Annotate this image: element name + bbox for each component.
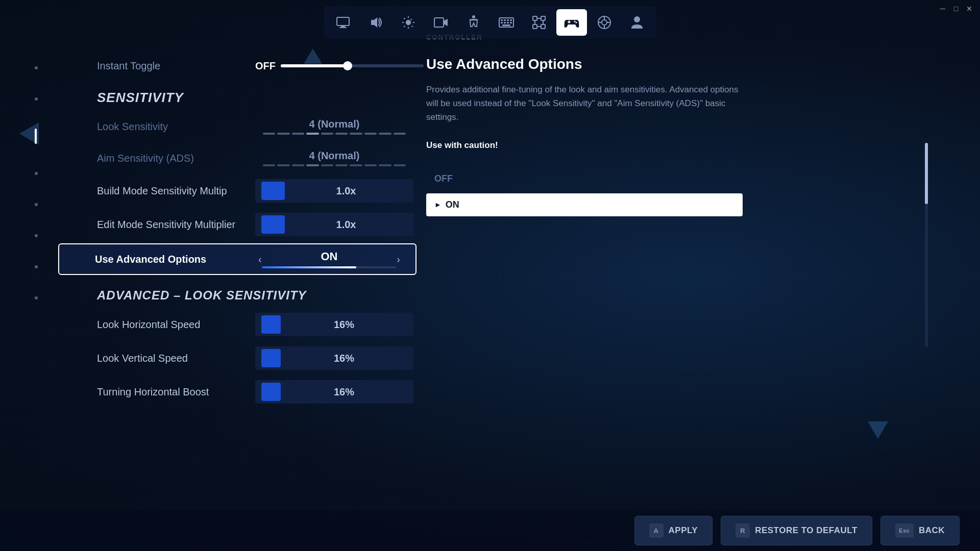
nav-audio[interactable] bbox=[360, 9, 391, 36]
nav-controller[interactable] bbox=[556, 9, 587, 36]
build-mode-value: 1.0x bbox=[285, 185, 407, 197]
nav-keyboard[interactable] bbox=[491, 9, 522, 36]
look-sensitivity-slider[interactable] bbox=[263, 132, 406, 135]
build-mode-label: Build Mode Sensitivity Multip bbox=[97, 185, 255, 197]
nav-settings[interactable] bbox=[393, 9, 424, 36]
nav-accessibility[interactable] bbox=[458, 9, 489, 36]
sidebar-item-1[interactable] bbox=[35, 66, 38, 69]
restore-label: RESTORE TO DEFAULT bbox=[755, 525, 857, 536]
edit-mode-value-area[interactable]: 1.0x bbox=[255, 213, 413, 236]
svg-rect-16 bbox=[507, 22, 509, 23]
window-chrome: ─ □ ✕ bbox=[932, 0, 980, 17]
bottom-bar: A APPLY R RESTORE TO DEFAULT Esc BACK bbox=[0, 510, 980, 551]
svg-point-8 bbox=[472, 15, 475, 18]
turning-horizontal-label: Turning Horizontal Boost bbox=[97, 386, 255, 398]
sensitivity-header: SENSITIVITY bbox=[51, 81, 424, 111]
instant-toggle-label: Instant Toggle bbox=[97, 60, 255, 72]
edit-mode-label: Edit Mode Sensitivity Multiplier bbox=[97, 219, 255, 231]
adv-track-filled bbox=[262, 266, 356, 268]
nav-video[interactable] bbox=[426, 9, 456, 36]
scrollbar[interactable] bbox=[925, 143, 928, 347]
apply-key: A bbox=[649, 523, 664, 538]
close-button[interactable]: ✕ bbox=[965, 4, 974, 13]
use-advanced-value: ON bbox=[321, 250, 338, 263]
sidebar-item-5[interactable] bbox=[35, 203, 38, 206]
restore-key: R bbox=[736, 523, 750, 538]
adv-track bbox=[262, 266, 397, 268]
edit-mode-value: 1.0x bbox=[285, 219, 407, 231]
turning-horizontal-value: 16% bbox=[281, 386, 407, 398]
sidebar-item-4[interactable] bbox=[35, 172, 38, 175]
build-mode-indicator bbox=[261, 182, 285, 200]
look-vertical-value: 16% bbox=[281, 353, 407, 364]
use-advanced-options-row[interactable]: Use Advanced Options ‹ ON › bbox=[58, 243, 416, 275]
build-mode-row: Build Mode Sensitivity Multip 1.0x bbox=[51, 174, 424, 208]
svg-rect-0 bbox=[337, 17, 349, 26]
back-key: Esc bbox=[895, 523, 914, 538]
adv-arrow-left[interactable]: ‹ bbox=[258, 254, 262, 265]
right-panel-title: Use Advanced Options bbox=[426, 56, 743, 72]
use-advanced-options-label: Use Advanced Options bbox=[95, 254, 253, 265]
look-sensitivity-value: 4 (Normal) bbox=[263, 118, 406, 130]
look-vertical-value-area[interactable]: 16% bbox=[255, 346, 413, 370]
edit-mode-row: Edit Mode Sensitivity Multiplier 1.0x bbox=[51, 208, 424, 241]
apply-label: APPLY bbox=[669, 525, 698, 536]
svg-rect-15 bbox=[504, 22, 506, 23]
aim-sensitivity-slider[interactable] bbox=[263, 164, 406, 167]
nav-gamepad[interactable] bbox=[589, 9, 620, 36]
look-vertical-row: Look Vertical Speed 16% bbox=[51, 341, 424, 375]
restore-default-button[interactable]: R RESTORE TO DEFAULT bbox=[721, 516, 872, 545]
svg-marker-3 bbox=[371, 17, 377, 28]
instant-toggle-slider[interactable] bbox=[281, 59, 424, 73]
option-off[interactable]: OFF bbox=[426, 167, 743, 190]
sidebar-item-3[interactable] bbox=[35, 129, 37, 144]
look-vertical-label: Look Vertical Speed bbox=[97, 353, 255, 364]
nav-display[interactable] bbox=[328, 9, 358, 36]
option-on[interactable]: ► ON bbox=[426, 193, 743, 216]
right-panel-description: Provides additional fine-tuning of the l… bbox=[426, 83, 743, 152]
svg-rect-18 bbox=[502, 24, 510, 26]
turning-horizontal-indicator bbox=[261, 383, 281, 401]
apply-button[interactable]: A APPLY bbox=[634, 516, 713, 545]
use-advanced-controls: ‹ ON › bbox=[253, 250, 405, 268]
svg-rect-20 bbox=[541, 16, 545, 20]
turning-horizontal-value-area[interactable]: 16% bbox=[255, 380, 413, 404]
svg-rect-22 bbox=[541, 24, 545, 29]
back-label: BACK bbox=[919, 525, 945, 536]
scroll-thumb[interactable] bbox=[925, 143, 928, 204]
svg-rect-12 bbox=[507, 19, 509, 21]
svg-marker-7 bbox=[444, 19, 448, 26]
nav-profile[interactable] bbox=[622, 9, 652, 36]
aim-sensitivity-value: 4 (Normal) bbox=[263, 150, 406, 162]
instant-toggle-row: Instant Toggle OFF bbox=[51, 51, 424, 81]
edit-mode-indicator bbox=[261, 215, 285, 234]
top-navigation bbox=[324, 6, 656, 39]
minimize-button[interactable]: ─ bbox=[938, 4, 947, 13]
svg-rect-19 bbox=[533, 16, 537, 20]
look-horizontal-value-area[interactable]: 16% bbox=[255, 313, 413, 336]
svg-point-29 bbox=[574, 21, 576, 22]
adv-arrow-right[interactable]: › bbox=[397, 254, 400, 265]
nav-network[interactable] bbox=[524, 9, 554, 36]
right-panel-warning: Use with caution! bbox=[426, 140, 498, 150]
sidebar-item-7[interactable] bbox=[35, 265, 38, 268]
sidebar-item-6[interactable] bbox=[35, 234, 38, 237]
svg-rect-21 bbox=[533, 24, 537, 29]
main-content: Instant Toggle OFF SENSITIVITY Look Sens… bbox=[51, 51, 424, 510]
instant-toggle-state: OFF bbox=[255, 60, 276, 72]
svg-rect-10 bbox=[501, 19, 503, 21]
build-mode-value-area[interactable]: 1.0x bbox=[255, 179, 413, 203]
look-horizontal-label: Look Horizontal Speed bbox=[97, 319, 255, 331]
instant-toggle-value: OFF bbox=[255, 59, 424, 73]
look-vertical-indicator bbox=[261, 349, 281, 367]
sidebar-item-2[interactable] bbox=[35, 97, 38, 101]
look-sensitivity-value-area: 4 (Normal) bbox=[255, 118, 413, 135]
aim-sensitivity-label: Aim Sensitivity (ADS) bbox=[97, 153, 255, 164]
look-horizontal-row: Look Horizontal Speed 16% bbox=[51, 308, 424, 341]
maximize-button[interactable]: □ bbox=[951, 4, 961, 13]
back-button[interactable]: Esc BACK bbox=[880, 516, 960, 545]
sidebar-item-8[interactable] bbox=[35, 296, 38, 299]
advanced-sensitivity-header: ADVANCED – LOOK SENSITIVITY bbox=[51, 277, 424, 308]
sidebar bbox=[35, 66, 38, 299]
look-horizontal-indicator bbox=[261, 315, 281, 334]
